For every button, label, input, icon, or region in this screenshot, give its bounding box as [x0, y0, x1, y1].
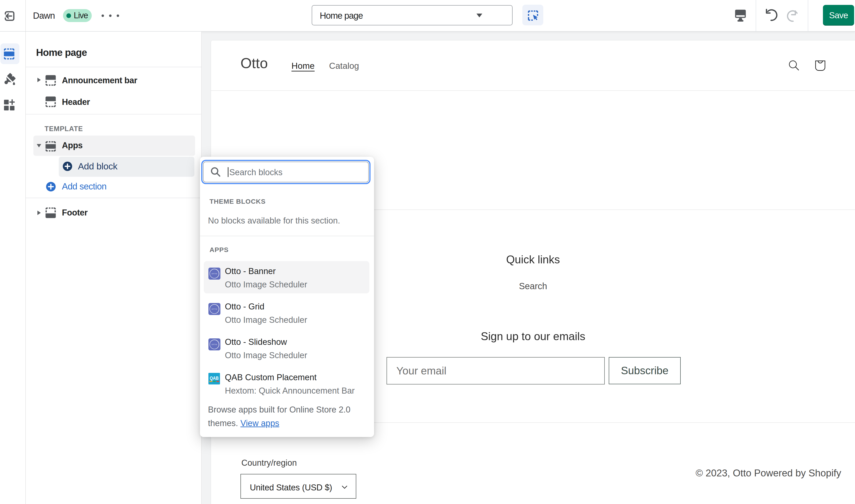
svg-text:OTTO: OTTO: [212, 273, 217, 275]
svg-text:QAB: QAB: [210, 375, 219, 381]
svg-text:OTTO: OTTO: [212, 343, 217, 345]
svg-text:OTTO: OTTO: [212, 308, 217, 310]
